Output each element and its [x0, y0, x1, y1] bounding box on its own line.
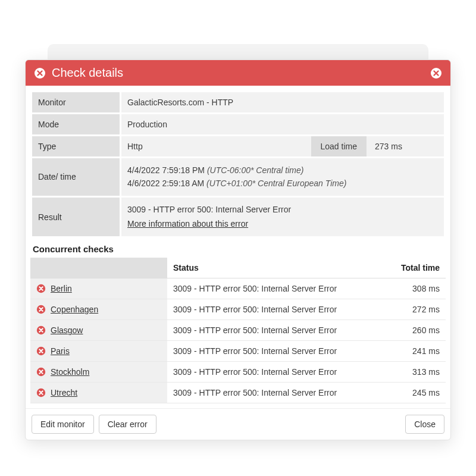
more-info-link[interactable]: More information about this error — [127, 219, 248, 228]
table-row: Berlin3009 - HTTP error 500: Internal Se… — [30, 278, 446, 299]
datetime-line2-tz: (UTC+01:00* Central European Time) — [206, 178, 346, 188]
total-time-cell: 245 ms — [383, 383, 446, 403]
mode-value: Production — [121, 114, 445, 136]
result-label: Result — [32, 196, 121, 237]
location-link[interactable]: Copenhagen — [51, 305, 98, 314]
status-cell: 3009 - HTTP error 500: Internal Server E… — [167, 320, 383, 341]
close-icon[interactable] — [430, 67, 442, 79]
status-cell: 3009 - HTTP error 500: Internal Server E… — [167, 341, 383, 362]
error-icon — [36, 346, 46, 356]
concurrent-checks-table: Status Total time Berlin3009 - HTTP erro… — [30, 258, 446, 403]
error-icon — [36, 284, 46, 293]
location-link[interactable]: Stockholm — [51, 367, 89, 377]
total-time-cell: 241 ms — [383, 341, 446, 362]
table-row: Utrecht3009 - HTTP error 500: Internal S… — [30, 383, 446, 403]
monitor-label: Monitor — [32, 92, 121, 114]
type-value: Http — [121, 136, 311, 156]
datetime-label: Date/ time — [32, 158, 121, 197]
location-link[interactable]: Utrecht — [51, 388, 77, 397]
location-cell: Stockholm — [30, 362, 167, 383]
error-icon — [36, 305, 46, 314]
type-label: Type — [32, 136, 121, 158]
close-button[interactable]: Close — [405, 415, 444, 434]
concurrent-checks-title: Concurrent checks — [30, 238, 446, 258]
location-cell: Glasgow — [30, 320, 167, 341]
dialog-footer: Edit monitor Clear error Close — [26, 408, 450, 440]
status-cell: 3009 - HTTP error 500: Internal Server E… — [167, 278, 383, 299]
col-status: Status — [167, 258, 383, 278]
status-cell: 3009 - HTTP error 500: Internal Server E… — [167, 383, 383, 403]
total-time-cell: 313 ms — [383, 362, 446, 383]
location-cell: Utrecht — [30, 383, 167, 403]
status-cell: 3009 - HTTP error 500: Internal Server E… — [167, 362, 383, 383]
edit-monitor-button[interactable]: Edit monitor — [32, 415, 94, 434]
location-link[interactable]: Berlin — [51, 284, 72, 293]
error-icon — [36, 367, 46, 377]
loadtime-value: 273 ms — [367, 136, 444, 156]
total-time-cell: 308 ms — [383, 278, 446, 299]
result-value: 3009 - HTTP error 500: Internal Server E… — [127, 203, 438, 217]
total-time-cell: 260 ms — [383, 320, 446, 341]
location-cell: Paris — [30, 341, 167, 362]
datetime-line1-tz: (UTC-06:00* Central time) — [207, 165, 304, 175]
dialog-header: Check details — [26, 60, 450, 86]
location-cell: Berlin — [30, 278, 167, 299]
datetime-value: 4/4/2022 7:59:18 PM (UTC-06:00* Central … — [121, 158, 445, 197]
datetime-line1-main: 4/4/2022 7:59:18 PM — [127, 165, 207, 175]
total-time-cell: 272 ms — [383, 299, 446, 320]
clear-error-button[interactable]: Clear error — [99, 415, 156, 434]
error-icon — [34, 67, 46, 79]
col-location — [30, 258, 167, 278]
mode-label: Mode — [32, 114, 121, 136]
dialog-title: Check details — [52, 66, 430, 80]
table-row: Copenhagen3009 - HTTP error 500: Interna… — [30, 299, 446, 320]
col-total-time: Total time — [383, 258, 446, 278]
loadtime-label: Load time — [311, 136, 367, 156]
datetime-line2-main: 4/6/2022 2:59:18 AM — [127, 178, 206, 188]
error-icon — [36, 388, 46, 397]
table-row: Paris3009 - HTTP error 500: Internal Ser… — [30, 341, 446, 362]
monitor-value: GalacticResorts.com - HTTP — [121, 92, 445, 114]
result-value-cell: 3009 - HTTP error 500: Internal Server E… — [121, 196, 445, 237]
location-cell: Copenhagen — [30, 299, 167, 320]
status-cell: 3009 - HTTP error 500: Internal Server E… — [167, 299, 383, 320]
location-link[interactable]: Paris — [51, 346, 70, 356]
location-link[interactable]: Glasgow — [51, 325, 83, 335]
table-row: Stockholm3009 - HTTP error 500: Internal… — [30, 362, 446, 383]
table-row: Glasgow3009 - HTTP error 500: Internal S… — [30, 320, 446, 341]
error-icon — [36, 325, 46, 335]
details-table: Monitor GalacticResorts.com - HTTP Mode … — [30, 90, 446, 238]
check-details-dialog: Check details Monitor GalacticResorts.co… — [25, 60, 451, 440]
dialog-body: Monitor GalacticResorts.com - HTTP Mode … — [26, 86, 450, 408]
